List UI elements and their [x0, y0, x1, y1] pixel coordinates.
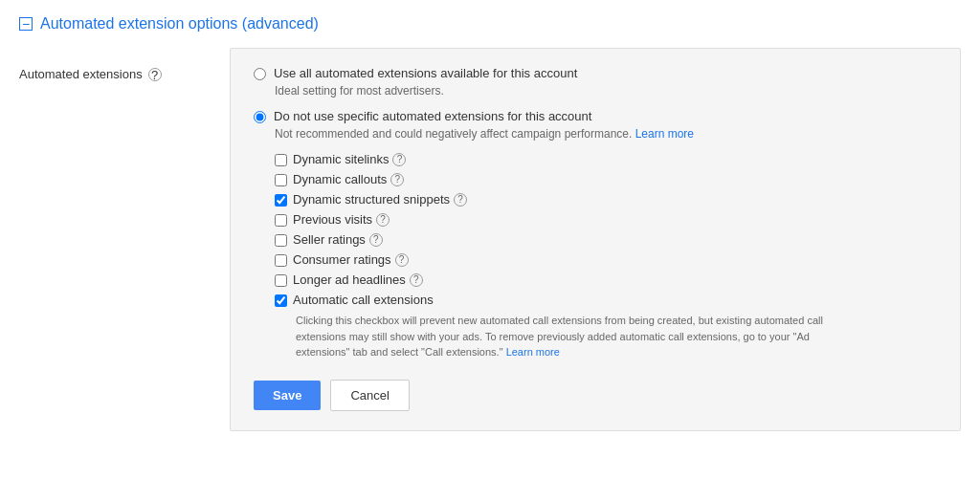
previous-visits-checkbox[interactable] [275, 214, 287, 227]
label-help-icon[interactable]: ? [148, 68, 162, 81]
dynamic-structured-snippets-help[interactable]: ? [454, 193, 467, 207]
radio-use-all[interactable]: Use all automated extensions available f… [254, 66, 937, 80]
seller-ratings-label: Seller ratings ? [293, 232, 383, 247]
radio-do-not-use-input[interactable] [254, 111, 266, 123]
checkbox-longer-ad-headlines: Longer ad headlines ? [275, 272, 937, 287]
collapse-icon[interactable]: − [19, 17, 33, 31]
consumer-ratings-help[interactable]: ? [395, 253, 409, 267]
previous-visits-label: Previous visits ? [293, 212, 390, 227]
checkbox-dynamic-structured-snippets: Dynamic structured snippets ? [275, 192, 937, 207]
radio-do-not-use-label: Do not use specific automated extensions… [274, 109, 591, 123]
learn-more-radio-link[interactable]: Learn more [635, 127, 694, 141]
radio-use-all-input[interactable] [254, 68, 266, 80]
use-all-subtext: Ideal setting for most advertisers. [275, 84, 937, 98]
dynamic-sitelinks-help[interactable]: ? [392, 153, 406, 166]
page-title: Automated extension options (advanced) [40, 15, 319, 33]
seller-ratings-help[interactable]: ? [369, 233, 383, 247]
radio-use-all-label: Use all automated extensions available f… [274, 66, 577, 80]
consumer-ratings-checkbox[interactable] [275, 254, 287, 267]
consumer-ratings-label: Consumer ratings ? [293, 252, 409, 267]
checkbox-automatic-call-extensions: Automatic call extensions [275, 293, 937, 307]
dynamic-structured-snippets-checkbox[interactable] [275, 194, 287, 207]
call-ext-description: Clicking this checkbox will prevent new … [296, 313, 851, 360]
do-not-use-subtext: Not recommended and could negatively aff… [275, 127, 937, 141]
radio-do-not-use[interactable]: Do not use specific automated extensions… [254, 109, 937, 123]
seller-ratings-checkbox[interactable] [275, 234, 287, 247]
longer-ad-headlines-checkbox[interactable] [275, 274, 287, 287]
automated-extensions-label: Automated extensions ? [19, 48, 230, 81]
dynamic-callouts-checkbox[interactable] [275, 174, 287, 186]
checkboxes-list: Dynamic sitelinks ? Dynamic callouts ? D… [275, 152, 937, 360]
dynamic-sitelinks-checkbox[interactable] [275, 154, 287, 166]
buttons-row: Save Cancel [254, 380, 937, 411]
automatic-call-extensions-checkbox[interactable] [275, 294, 287, 307]
dynamic-sitelinks-label: Dynamic sitelinks ? [293, 152, 406, 166]
options-panel: Use all automated extensions available f… [230, 48, 961, 431]
dynamic-callouts-help[interactable]: ? [390, 173, 404, 186]
longer-ad-headlines-help[interactable]: ? [410, 273, 423, 287]
cancel-button[interactable]: Cancel [330, 380, 409, 411]
previous-visits-help[interactable]: ? [376, 213, 390, 227]
checkbox-dynamic-callouts: Dynamic callouts ? [275, 172, 937, 186]
automatic-call-extensions-label: Automatic call extensions [293, 293, 434, 307]
longer-ad-headlines-label: Longer ad headlines ? [293, 272, 423, 287]
learn-more-call-ext-link[interactable]: Learn more [506, 346, 560, 358]
dynamic-callouts-label: Dynamic callouts ? [293, 172, 404, 186]
checkbox-consumer-ratings: Consumer ratings ? [275, 252, 937, 267]
checkbox-dynamic-sitelinks: Dynamic sitelinks ? [275, 152, 937, 166]
checkbox-previous-visits: Previous visits ? [275, 212, 937, 227]
checkbox-seller-ratings: Seller ratings ? [275, 232, 937, 247]
page-title-row: − Automated extension options (advanced) [19, 15, 961, 33]
save-button[interactable]: Save [254, 381, 321, 410]
dynamic-structured-snippets-label: Dynamic structured snippets ? [293, 192, 467, 207]
